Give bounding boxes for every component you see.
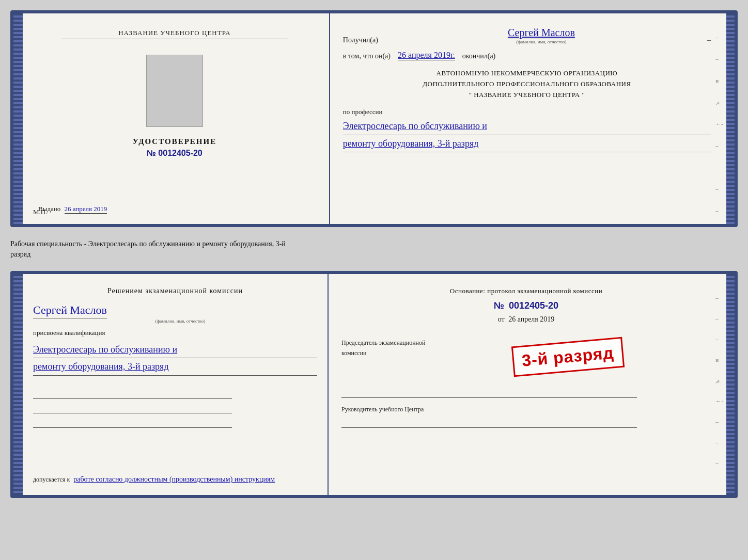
between-line2: разряд — [10, 249, 738, 260]
between-text-block: Рабочая специальность - Электрослесарь п… — [10, 236, 738, 262]
chairman-text-2: комиссии — [341, 349, 367, 357]
issued-date: 26 апреля 2019 — [65, 205, 107, 214]
side-mark-5: – — [715, 186, 723, 192]
left-spine — [13, 13, 23, 224]
qual-left-panel: Решением экзаменационной комиссии Сергей… — [23, 274, 329, 495]
qual-side-mark-2: – — [715, 315, 723, 322]
side-mark-6: – — [715, 207, 723, 214]
recipient-line: Получил(а) Сергей Маслов (фамилия, имя, … — [343, 26, 711, 44]
decision-title: Решением экзаменационной комиссии — [33, 287, 317, 295]
dash-separator: – — [707, 36, 711, 44]
cert-left-panel: НАЗВАНИЕ УЧЕБНОГО ЦЕНТРА УДОСТОВЕРЕНИЕ №… — [23, 13, 330, 224]
qual-right-panel: Основание: протокол экзаменационной коми… — [329, 274, 726, 495]
cert-number-prefix: № — [147, 149, 156, 157]
between-line1: Рабочая специальность - Электрослесарь п… — [10, 239, 738, 249]
side-mark-1: – — [715, 34, 723, 40]
right-spine-cert — [726, 13, 735, 224]
director-text: Руководитель учебного Центра — [341, 406, 424, 413]
side-mark-2: – — [715, 56, 723, 62]
side-mark-4: – — [715, 164, 723, 170]
profession-line1: Электрослесарь по обслуживанию и — [343, 118, 711, 135]
certificate-document: НАЗВАНИЕ УЧЕБНОГО ЦЕНТРА УДОСТОВЕРЕНИЕ №… — [10, 10, 738, 227]
right-spine-qual — [726, 274, 735, 495]
date-line: в том, что он(а) 26 апреля 2019г. окончи… — [343, 51, 711, 60]
side-mark-3: – — [715, 142, 723, 149]
signature-lines — [33, 389, 317, 428]
qual-fio-subtitle: (фамилия, имя, отчество) — [145, 318, 205, 324]
sig-line-2 — [33, 403, 232, 413]
basis-date: от 26 апреля 2019 — [341, 315, 711, 324]
qual-side-mark-a: ,а — [715, 377, 723, 383]
org-line1: АВТОНОМНУЮ НЕКОММЕРЧЕСКУЮ ОРГАНИЗАЦИЮ — [343, 68, 711, 79]
qual-side-mark-5: – — [715, 439, 723, 445]
date-value: 26 апреля 2019г. — [398, 51, 455, 60]
recipient-prefix: Получил(а) — [343, 36, 378, 44]
stamp-large-text: 3-й разряд — [521, 343, 615, 370]
assigned-text: присвоена квалификация — [33, 329, 317, 337]
side-mark-i: и — [715, 77, 723, 84]
chairman-label-line2: комиссии — [341, 349, 425, 357]
qual-name: Сергей Маслов — [33, 303, 107, 318]
photo-placeholder — [146, 55, 203, 127]
director-label: Руководитель учебного Центра — [341, 406, 711, 413]
side-mark-a: ,а — [715, 99, 723, 105]
profession-label: по профессии — [343, 108, 711, 116]
chairman-block: Председатель экзаменационной комиссии — [341, 337, 425, 377]
qual-side-mark-3: – — [715, 336, 723, 342]
cert-number: № 0012405-20 — [147, 149, 202, 158]
admission-block: допускается к работе согласно должностны… — [33, 474, 317, 485]
qualification-stamp: 3-й разряд — [511, 337, 625, 377]
basis-number-value: 0012405-20 — [509, 300, 558, 311]
qual-profession-line2: ремонту оборудования, 3-й разряд — [33, 358, 317, 375]
qual-name-wrapper: Сергей Маслов (фамилия, имя, отчество) — [33, 303, 317, 324]
side-mark-left: ←- — [715, 121, 723, 127]
basis-number-prefix: № — [494, 300, 504, 311]
qual-side-mark-i: и — [715, 357, 723, 363]
sig-line-3 — [33, 418, 232, 428]
basis-date-value: 26 апреля 2019 — [508, 315, 554, 323]
institution-name-left: НАЗВАНИЕ УЧЕБНОГО ЦЕНТРА — [61, 29, 288, 39]
side-marks-qual-right: – – – и ,а ←- – – – — [715, 295, 723, 466]
org-block: АВТОНОМНУЮ НЕКОММЕРЧЕСКУЮ ОРГАНИЗАЦИЮ ДО… — [343, 68, 711, 100]
right-sig-line-2 — [341, 418, 637, 428]
left-spine-qual — [13, 274, 23, 495]
qual-side-mark-1: – — [715, 295, 723, 301]
cert-title: УДОСТОВЕРЕНИЕ — [133, 137, 217, 146]
basis-number: № 0012405-20 — [341, 300, 711, 311]
basis-text: Основание: протокол экзаменационной коми… — [341, 287, 711, 295]
admission-prefix: допускается к — [33, 476, 70, 483]
qual-profession-line1: Электрослесарь по обслуживанию и — [33, 341, 317, 358]
cert-number-value: 0012405-20 — [158, 149, 202, 157]
qualification-document: Решением экзаменационной комиссии Сергей… — [10, 271, 738, 498]
right-sig-line-1 — [341, 388, 637, 398]
chairman-label-line1: Председатель экзаменационной — [341, 339, 425, 347]
date-prefix: в том, что он(а) — [343, 52, 391, 60]
profession-line2: ремонту оборудования, 3-й разряд — [343, 135, 711, 152]
org-line3: " НАЗВАНИЕ УЧЕБНОГО ЦЕНТРА " — [343, 90, 711, 101]
admission-content: работе согласно должностным (производств… — [73, 475, 275, 483]
qual-side-mark-4: – — [715, 419, 723, 425]
sig-line-1 — [33, 389, 232, 399]
fio-subtitle: (фамилия, имя, отчество) — [516, 39, 566, 44]
qual-side-mark-6: – — [715, 460, 723, 466]
mp-label: М.П. — [33, 208, 47, 216]
recipient-name: Сергей Маслов — [508, 26, 575, 39]
recipient-name-wrapper: Сергей Маслов (фамилия, имя, отчество) — [382, 26, 700, 44]
date-suffix: окончил(а) — [462, 52, 496, 60]
org-line2: ДОПОЛНИТЕЛЬНОГО ПРОФЕССИОНАЛЬНОГО ОБРАЗО… — [343, 79, 711, 90]
qual-side-mark-l: ←- — [715, 398, 723, 404]
stamp-area: Председатель экзаменационной комиссии 3-… — [341, 337, 711, 377]
basis-date-prefix: от — [498, 315, 505, 323]
cert-right-panel: Получил(а) Сергей Маслов (фамилия, имя, … — [330, 13, 726, 224]
side-marks-right: – – и ,а ←- – – – – — [715, 34, 723, 214]
chairman-text-1: Председатель экзаменационной — [341, 339, 425, 346]
